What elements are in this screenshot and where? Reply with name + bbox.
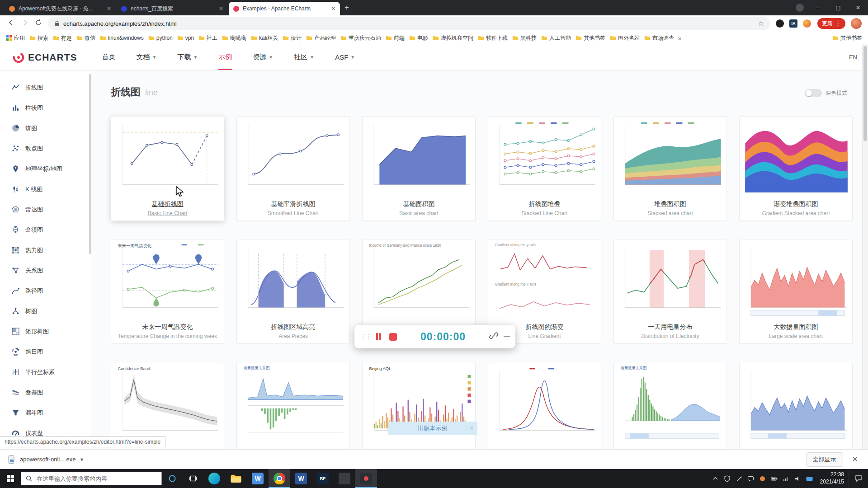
taskbar-app-edge-icon[interactable] <box>203 469 225 488</box>
tray-volume-icon[interactable] <box>792 469 804 488</box>
example-subtitle[interactable]: Large scale area chart <box>740 333 852 339</box>
example-title[interactable]: 堆叠面积图 <box>614 200 726 208</box>
tab-close-icon[interactable]: ✕ <box>331 5 335 12</box>
pause-button[interactable] <box>376 333 381 340</box>
download-bar-close-icon[interactable]: ✕ <box>852 455 858 464</box>
tray-tray-app-icon[interactable] <box>757 469 769 488</box>
example-title[interactable]: 大数据量面积图 <box>740 323 852 331</box>
dark-mode-toggle[interactable] <box>805 89 822 97</box>
bookmark-item[interactable]: 搜索 <box>27 32 51 44</box>
cortana-icon[interactable] <box>162 469 183 488</box>
example-subtitle[interactable]: Smoothed Line Chart <box>237 210 349 216</box>
bookmark-item[interactable]: python <box>146 32 175 44</box>
bookmark-star-icon[interactable]: ☆ <box>758 19 764 28</box>
nav-item-首页[interactable]: 首页 <box>102 44 116 70</box>
taskbar-app-axure-rp-icon[interactable]: RP <box>312 469 334 488</box>
sidebar-item-K 线图[interactable]: K 线图 <box>0 179 91 199</box>
profile-avatar[interactable] <box>851 18 862 29</box>
example-thumbnail[interactable]: 雨量流量关系图 <box>237 362 349 443</box>
example-thumbnail[interactable] <box>740 239 852 320</box>
minimize-button[interactable]: ─ <box>808 5 828 11</box>
bookmark-item[interactable]: 重庆庆云石油 <box>338 32 383 44</box>
sidebar-item-折线图[interactable]: 折线图 <box>0 77 91 98</box>
maximize-button[interactable]: ▢ <box>828 5 848 11</box>
language-switch[interactable]: EN <box>849 54 857 61</box>
example-thumbnail[interactable]: Confidence Band <box>111 362 224 443</box>
tray-pen-icon[interactable] <box>733 469 745 488</box>
download-caret-icon[interactable]: ▼ <box>80 457 85 462</box>
download-filename[interactable]: apowersoft-onli....exe <box>20 456 76 463</box>
close-button[interactable]: ✕ <box>848 5 868 11</box>
example-subtitle[interactable]: Basic Line Chart <box>111 210 224 216</box>
example-thumbnail[interactable] <box>488 117 601 197</box>
example-title[interactable]: 基础面积图 <box>363 200 475 208</box>
link-icon[interactable] <box>489 331 498 342</box>
taskbar-clock[interactable]: 22:38 2021/4/15 <box>816 471 849 485</box>
example-title[interactable]: 折线图区域高亮 <box>237 323 349 331</box>
browser-tab[interactable]: Apowersoft免费在线录屏 - 免...✕ <box>5 2 116 15</box>
example-title[interactable]: 未来一周气温变化 <box>111 323 224 331</box>
example-thumbnail[interactable] <box>740 117 852 197</box>
back-icon[interactable] <box>5 19 18 28</box>
sidebar-item-树图[interactable]: 树图 <box>0 301 91 321</box>
example-card[interactable]: 基础面积图Basic area chart <box>362 116 476 221</box>
bookmark-item[interactable]: 虚拟机和空间 <box>430 32 476 44</box>
bookmark-item[interactable]: 社工 <box>196 32 220 44</box>
browser-profile-circle-icon[interactable] <box>796 4 804 12</box>
example-thumbnail[interactable] <box>488 362 601 443</box>
nav-item-下载[interactable]: 下载▼ <box>177 44 198 70</box>
taskbar-app-file-explorer-icon[interactable] <box>225 469 247 488</box>
sidebar-item-饼图[interactable]: 饼图 <box>0 118 91 138</box>
show-all-downloads-button[interactable]: 全部显示 <box>806 452 843 467</box>
bookmark-item[interactable]: 前端 <box>383 32 407 44</box>
bookmark-item[interactable]: 黑科技 <box>510 32 539 44</box>
extension-icon-2[interactable] <box>803 19 811 28</box>
example-card[interactable]: 雨量流量关系图 <box>613 362 727 449</box>
start-button[interactable] <box>0 469 21 488</box>
sidebar-item-关系图[interactable]: 关系图 <box>0 260 91 281</box>
example-subtitle[interactable]: Stacked Line Chart <box>488 210 601 216</box>
example-thumbnail[interactable] <box>237 239 349 320</box>
echarts-logo[interactable]: ECHARTS <box>13 52 77 63</box>
update-button[interactable]: 更新 ⋮ <box>817 18 845 29</box>
example-card[interactable]: 雨量流量关系图 <box>236 362 350 449</box>
other-bookmarks[interactable]: 其他书签 <box>830 34 864 42</box>
tray-shield-icon[interactable] <box>722 469 733 488</box>
example-thumbnail[interactable]: Gradient along the y axisGradient along … <box>488 239 601 320</box>
bookmark-item[interactable]: vpn <box>175 32 196 44</box>
sidebar-item-漏斗图[interactable]: 漏斗图 <box>0 403 91 423</box>
bookmark-item[interactable]: 市场调查 <box>642 32 676 44</box>
stop-button[interactable] <box>389 333 397 341</box>
notification-center-icon[interactable] <box>849 469 868 488</box>
extension-icon-1[interactable] <box>776 19 784 28</box>
tray-message-icon[interactable] <box>745 469 757 488</box>
new-tab-button[interactable]: + <box>344 3 349 12</box>
tab-close-icon[interactable]: ✕ <box>219 5 223 12</box>
forward-icon[interactable] <box>18 19 32 28</box>
example-card[interactable]: 基础平滑折线图Smoothed Line Chart <box>236 116 350 221</box>
bookmark-item[interactable]: 软件下载 <box>476 32 510 44</box>
taskbar-app-wps-icon[interactable]: W <box>247 469 269 488</box>
sidebar-scrollbar[interactable] <box>89 74 91 254</box>
example-thumbnail[interactable] <box>363 117 475 197</box>
bookmark-item[interactable]: 设计 <box>280 32 304 44</box>
tray-keyboard-icon[interactable] <box>804 469 816 488</box>
sidebar-item-盒须图[interactable]: 盒须图 <box>0 220 91 240</box>
sidebar-item-矩形树图[interactable]: 矩形树图 <box>0 321 91 342</box>
bookmark-item[interactable]: 电影 <box>407 32 430 44</box>
tab-close-icon[interactable]: ✕ <box>107 5 111 12</box>
example-card[interactable]: Beijing AQI <box>362 362 476 449</box>
nav-item-ASF[interactable]: ASF▼ <box>335 44 355 70</box>
browser-tab[interactable]: Examples - Apache ECharts✕ <box>229 2 340 15</box>
example-card[interactable]: 折线图区域高亮Area Pieces <box>236 239 350 344</box>
example-card[interactable]: 未来一周气温变化未来一周气温变化Temperature Change in th… <box>111 239 224 344</box>
bookmark-item[interactable]: 产品经理 <box>304 32 338 44</box>
example-title[interactable]: 渐变堆叠面积图 <box>740 200 852 208</box>
minimize-recorder-button[interactable] <box>504 336 510 337</box>
taskbar-app-chrome-icon[interactable] <box>269 469 290 488</box>
example-title[interactable]: 一天用电量分布 <box>614 323 726 331</box>
example-thumbnail[interactable] <box>237 117 349 197</box>
sidebar-item-地理坐标/地图[interactable]: 地理坐标/地图 <box>0 159 91 179</box>
example-thumbnail[interactable]: 未来一周气温变化 <box>111 239 224 320</box>
reload-icon[interactable] <box>32 19 45 28</box>
